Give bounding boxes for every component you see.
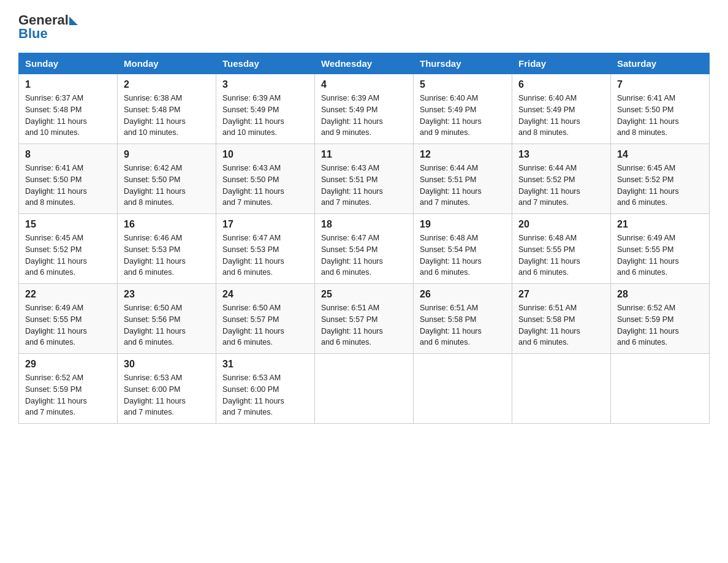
day-number: 9 [124, 149, 210, 160]
calendar-cell [611, 354, 710, 424]
day-info: Sunrise: 6:39 AMSunset: 5:49 PMDaylight:… [222, 94, 284, 137]
calendar-cell: 14Sunrise: 6:45 AMSunset: 5:52 PMDayligh… [611, 144, 710, 214]
day-info: Sunrise: 6:40 AMSunset: 5:49 PMDaylight:… [420, 94, 482, 137]
day-number: 15 [25, 219, 111, 230]
logo: General Blue [18, 12, 78, 42]
day-info: Sunrise: 6:44 AMSunset: 5:52 PMDaylight:… [518, 164, 580, 207]
day-number: 23 [124, 289, 210, 300]
day-number: 11 [321, 149, 407, 160]
day-info: Sunrise: 6:47 AMSunset: 5:54 PMDaylight:… [321, 234, 383, 277]
day-number: 12 [420, 149, 506, 160]
calendar-table: SundayMondayTuesdayWednesdayThursdayFrid… [18, 53, 710, 424]
calendar-cell: 12Sunrise: 6:44 AMSunset: 5:51 PMDayligh… [414, 144, 512, 214]
day-number: 6 [518, 79, 604, 90]
day-info: Sunrise: 6:42 AMSunset: 5:50 PMDaylight:… [124, 164, 186, 207]
calendar-cell: 21Sunrise: 6:49 AMSunset: 5:55 PMDayligh… [611, 214, 710, 284]
calendar-cell: 27Sunrise: 6:51 AMSunset: 5:58 PMDayligh… [512, 284, 611, 354]
calendar-cell: 15Sunrise: 6:45 AMSunset: 5:52 PMDayligh… [19, 214, 118, 284]
calendar-header-row: SundayMondayTuesdayWednesdayThursdayFrid… [19, 53, 710, 74]
calendar-cell: 11Sunrise: 6:43 AMSunset: 5:51 PMDayligh… [315, 144, 414, 214]
day-number: 14 [617, 149, 703, 160]
calendar-cell: 5Sunrise: 6:40 AMSunset: 5:49 PMDaylight… [414, 74, 512, 144]
header-monday: Monday [118, 53, 216, 74]
calendar-cell: 9Sunrise: 6:42 AMSunset: 5:50 PMDaylight… [118, 144, 216, 214]
day-info: Sunrise: 6:50 AMSunset: 5:57 PMDaylight:… [222, 304, 284, 347]
day-info: Sunrise: 6:48 AMSunset: 5:55 PMDaylight:… [518, 234, 580, 277]
calendar-cell: 22Sunrise: 6:49 AMSunset: 5:55 PMDayligh… [19, 284, 118, 354]
calendar-cell: 10Sunrise: 6:43 AMSunset: 5:50 PMDayligh… [216, 144, 315, 214]
day-number: 30 [124, 359, 210, 370]
calendar-cell: 17Sunrise: 6:47 AMSunset: 5:53 PMDayligh… [216, 214, 315, 284]
calendar-cell: 16Sunrise: 6:46 AMSunset: 5:53 PMDayligh… [118, 214, 216, 284]
day-info: Sunrise: 6:47 AMSunset: 5:53 PMDaylight:… [222, 234, 284, 277]
day-info: Sunrise: 6:53 AMSunset: 6:00 PMDaylight:… [124, 373, 186, 416]
week-row-1: 1Sunrise: 6:37 AMSunset: 5:48 PMDaylight… [19, 74, 710, 144]
calendar-cell: 4Sunrise: 6:39 AMSunset: 5:49 PMDaylight… [315, 74, 414, 144]
calendar-cell: 13Sunrise: 6:44 AMSunset: 5:52 PMDayligh… [512, 144, 611, 214]
calendar-cell: 18Sunrise: 6:47 AMSunset: 5:54 PMDayligh… [315, 214, 414, 284]
day-number: 1 [25, 79, 111, 90]
day-number: 19 [420, 219, 506, 230]
calendar-cell: 7Sunrise: 6:41 AMSunset: 5:50 PMDaylight… [611, 74, 710, 144]
week-row-3: 15Sunrise: 6:45 AMSunset: 5:52 PMDayligh… [19, 214, 710, 284]
day-number: 27 [518, 289, 604, 300]
calendar-cell: 24Sunrise: 6:50 AMSunset: 5:57 PMDayligh… [216, 284, 315, 354]
calendar-cell [414, 354, 512, 424]
calendar-cell: 20Sunrise: 6:48 AMSunset: 5:55 PMDayligh… [512, 214, 611, 284]
calendar-cell: 3Sunrise: 6:39 AMSunset: 5:49 PMDaylight… [216, 74, 315, 144]
day-number: 26 [420, 289, 506, 300]
day-number: 21 [617, 219, 703, 230]
day-info: Sunrise: 6:38 AMSunset: 5:48 PMDaylight:… [124, 94, 186, 137]
day-number: 18 [321, 219, 407, 230]
week-row-5: 29Sunrise: 6:52 AMSunset: 5:59 PMDayligh… [19, 354, 710, 424]
day-info: Sunrise: 6:43 AMSunset: 5:51 PMDaylight:… [321, 164, 383, 207]
calendar-cell: 8Sunrise: 6:41 AMSunset: 5:50 PMDaylight… [19, 144, 118, 214]
logo-text-blue: Blue [18, 26, 78, 42]
day-number: 7 [617, 79, 703, 90]
calendar-cell: 28Sunrise: 6:52 AMSunset: 5:59 PMDayligh… [611, 284, 710, 354]
calendar-cell [315, 354, 414, 424]
calendar-cell: 25Sunrise: 6:51 AMSunset: 5:57 PMDayligh… [315, 284, 414, 354]
day-number: 8 [25, 149, 111, 160]
day-info: Sunrise: 6:41 AMSunset: 5:50 PMDaylight:… [25, 164, 87, 207]
week-row-4: 22Sunrise: 6:49 AMSunset: 5:55 PMDayligh… [19, 284, 710, 354]
day-info: Sunrise: 6:51 AMSunset: 5:57 PMDaylight:… [321, 304, 383, 347]
day-info: Sunrise: 6:52 AMSunset: 5:59 PMDaylight:… [25, 373, 87, 416]
day-number: 16 [124, 219, 210, 230]
day-number: 25 [321, 289, 407, 300]
day-info: Sunrise: 6:49 AMSunset: 5:55 PMDaylight:… [617, 234, 679, 277]
day-info: Sunrise: 6:49 AMSunset: 5:55 PMDaylight:… [25, 304, 87, 347]
day-info: Sunrise: 6:43 AMSunset: 5:50 PMDaylight:… [222, 164, 284, 207]
day-number: 17 [222, 219, 308, 230]
day-number: 31 [222, 359, 308, 370]
calendar-cell: 23Sunrise: 6:50 AMSunset: 5:56 PMDayligh… [118, 284, 216, 354]
day-info: Sunrise: 6:51 AMSunset: 5:58 PMDaylight:… [518, 304, 580, 347]
day-number: 20 [518, 219, 604, 230]
day-info: Sunrise: 6:44 AMSunset: 5:51 PMDaylight:… [420, 164, 482, 207]
header-tuesday: Tuesday [216, 53, 315, 74]
header-wednesday: Wednesday [315, 53, 414, 74]
day-info: Sunrise: 6:39 AMSunset: 5:49 PMDaylight:… [321, 94, 383, 137]
header-saturday: Saturday [611, 53, 710, 74]
header-friday: Friday [512, 53, 611, 74]
day-info: Sunrise: 6:48 AMSunset: 5:54 PMDaylight:… [420, 234, 482, 277]
day-info: Sunrise: 6:52 AMSunset: 5:59 PMDaylight:… [617, 304, 679, 347]
calendar-cell: 19Sunrise: 6:48 AMSunset: 5:54 PMDayligh… [414, 214, 512, 284]
calendar-cell: 31Sunrise: 6:53 AMSunset: 6:00 PMDayligh… [216, 354, 315, 424]
day-info: Sunrise: 6:51 AMSunset: 5:58 PMDaylight:… [420, 304, 482, 347]
calendar-cell: 2Sunrise: 6:38 AMSunset: 5:48 PMDaylight… [118, 74, 216, 144]
day-info: Sunrise: 6:37 AMSunset: 5:48 PMDaylight:… [25, 94, 87, 137]
day-number: 4 [321, 79, 407, 90]
day-number: 28 [617, 289, 703, 300]
calendar-cell [512, 354, 611, 424]
header-thursday: Thursday [414, 53, 512, 74]
day-info: Sunrise: 6:53 AMSunset: 6:00 PMDaylight:… [222, 373, 284, 416]
day-info: Sunrise: 6:46 AMSunset: 5:53 PMDaylight:… [124, 234, 186, 277]
day-info: Sunrise: 6:41 AMSunset: 5:50 PMDaylight:… [617, 94, 679, 137]
page-header: General Blue [18, 12, 710, 42]
day-number: 22 [25, 289, 111, 300]
calendar-cell: 26Sunrise: 6:51 AMSunset: 5:58 PMDayligh… [414, 284, 512, 354]
day-number: 2 [124, 79, 210, 90]
day-number: 5 [420, 79, 506, 90]
calendar-cell: 6Sunrise: 6:40 AMSunset: 5:49 PMDaylight… [512, 74, 611, 144]
